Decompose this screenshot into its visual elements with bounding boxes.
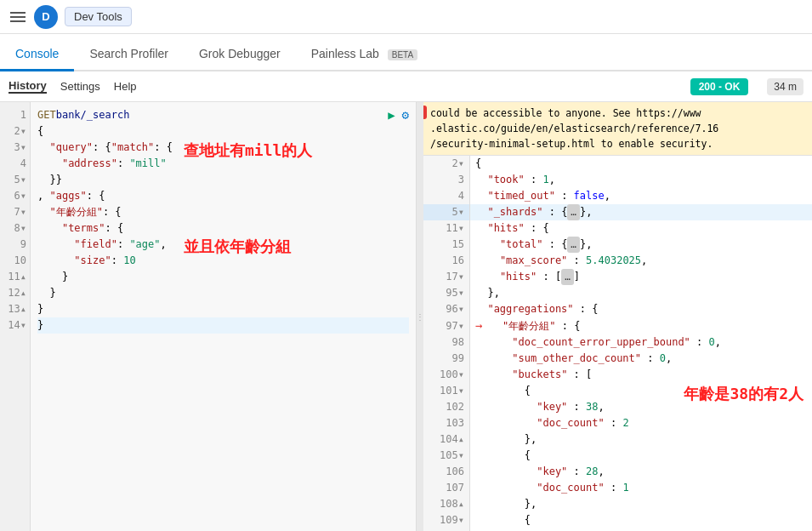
app-title[interactable]: Dev Tools xyxy=(65,7,132,26)
resp-line-104: 104▴ }, xyxy=(423,431,812,448)
code-content: ▶ ⚙ GET bank/_search { "query": {"match"… xyxy=(31,102,416,531)
right-panel: ✕ could be accessible to anyone. See htt… xyxy=(423,102,812,531)
resp-line-17: 17▾ "hits" : […] xyxy=(423,269,812,285)
resp-line-102: 102 "key" : 38, xyxy=(423,399,812,415)
resp-line-3: 3 "took" : 1, xyxy=(423,172,812,188)
toolbar-settings[interactable]: Settings xyxy=(60,80,100,93)
resp-line-2: 2▾ { xyxy=(423,156,812,172)
toolbar: History Settings Help 200 - OK 34 m xyxy=(0,71,812,102)
left-panel: 1 2▾ 3▾ 4 5▾ 6▾ 7▾ 8▾ 9 10 11▴ 12▴ 13▴ 1… xyxy=(0,102,417,531)
resp-line-99: 99 "sum_other_doc_count" : 0, xyxy=(423,351,812,367)
resp-line-107: 107 "doc_count" : 1 xyxy=(423,480,812,496)
nav-tabs: Console Search Profiler Grok Debugger Pa… xyxy=(0,34,812,71)
tab-painless-lab[interactable]: Painless Lab BETA xyxy=(296,38,433,71)
resp-line-105: 105▾ { xyxy=(423,448,812,464)
tab-search-profiler[interactable]: Search Profiler xyxy=(74,38,184,71)
hamburger-menu[interactable] xyxy=(10,12,26,22)
run-icon[interactable]: ▶ xyxy=(388,107,395,123)
code-line-5: }} xyxy=(37,172,409,188)
code-line-9: "field": "age", xyxy=(37,237,409,253)
line-numbers: 1 2▾ 3▾ 4 5▾ 6▾ 7▾ 8▾ 9 10 11▴ 12▴ 13▴ 1… xyxy=(0,102,31,531)
code-line-12: } xyxy=(37,285,409,301)
code-line-1: GET bank/_search xyxy=(37,107,409,123)
resp-line-95: 95▾ }, xyxy=(423,285,812,301)
resp-line-109: 109▾ { xyxy=(423,512,812,528)
tab-grok-debugger[interactable]: Grok Debugger xyxy=(184,38,296,71)
code-line-7: "年齡分組": { xyxy=(37,204,409,220)
code-line-11: } xyxy=(37,269,409,285)
code-line-4: "address": "mill" xyxy=(37,156,409,172)
response-content: 2▾ { 3 "took" : 1, 4 "timed_out" : false… xyxy=(423,156,812,531)
code-line-13: } xyxy=(37,301,409,317)
copy-icon[interactable]: ⚙ xyxy=(402,107,409,123)
code-line-8: "terms": { xyxy=(37,220,409,237)
main-content: 1 2▾ 3▾ 4 5▾ 6▾ 7▾ 8▾ 9 10 11▴ 12▴ 13▴ 1… xyxy=(0,102,812,531)
app-icon: D xyxy=(34,5,58,29)
beta-badge: BETA xyxy=(388,49,417,60)
code-line-3: "query": {"match": { xyxy=(37,140,409,156)
resp-line-15: 15 "total" : {…}, xyxy=(423,237,812,253)
code-line-14: } xyxy=(37,317,409,334)
code-line-6: , "aggs": { xyxy=(37,188,409,204)
resp-line-100: 100▾ "buckets" : [ xyxy=(423,367,812,383)
tab-console[interactable]: Console xyxy=(0,38,74,71)
resp-line-96: 96▾ "aggregations" : { xyxy=(423,301,812,317)
code-line-2: { xyxy=(37,123,409,140)
time-badge: 34 m xyxy=(767,78,803,95)
toolbar-history[interactable]: History xyxy=(9,79,47,94)
response-info: could be accessible to anyone. See https… xyxy=(423,102,812,156)
resp-line-106: 106 "key" : 28, xyxy=(423,464,812,480)
resp-line-5: 5▾ "_shards" : {…}, xyxy=(423,204,812,220)
resp-line-97: 97▾ → "年齡分組" : { xyxy=(423,317,812,334)
status-badge: 200 - OK xyxy=(690,78,749,95)
toolbar-help[interactable]: Help xyxy=(114,80,137,93)
resp-line-101: 101▾ { xyxy=(423,383,812,399)
resp-line-103: 103 "doc_count" : 2 xyxy=(423,415,812,431)
resp-line-11: 11▾ "hits" : { xyxy=(423,220,812,237)
close-button[interactable]: ✕ xyxy=(423,106,427,119)
resp-line-108: 108▴ }, xyxy=(423,496,812,512)
resp-line-16: 16 "max_score" : 5.4032025, xyxy=(423,253,812,269)
resp-line-4: 4 "timed_out" : false, xyxy=(423,188,812,204)
top-bar: D Dev Tools xyxy=(0,0,812,34)
code-line-10: "size": 10 xyxy=(37,253,409,269)
resp-line-98: 98 "doc_count_error_upper_bound" : 0, xyxy=(423,334,812,351)
divider[interactable]: ⋮ xyxy=(417,102,423,531)
